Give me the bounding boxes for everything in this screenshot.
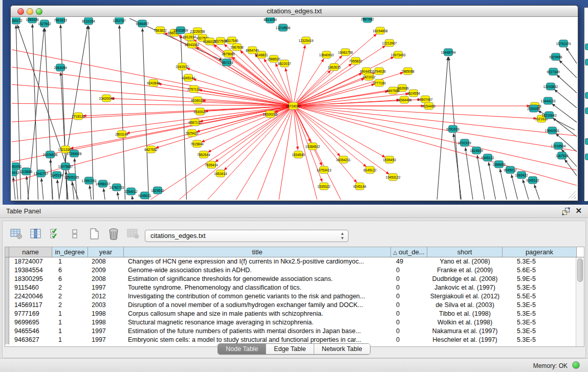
create-column-icon[interactable] bbox=[88, 227, 100, 240]
graph-node[interactable]: 13444133 bbox=[541, 97, 556, 104]
table-mode-icon[interactable] bbox=[10, 227, 23, 240]
column-header-in_degree[interactable]: in_degree bbox=[52, 247, 88, 257]
graph-node[interactable]: 2967608 bbox=[230, 43, 244, 51]
graph-node[interactable]: 2803144 bbox=[115, 130, 128, 138]
column-header-short[interactable]: short bbox=[427, 247, 503, 257]
graph-node[interactable]: 1530022 bbox=[193, 108, 207, 115]
graph-node[interactable]: 1535322 bbox=[317, 183, 331, 190]
graph-node[interactable]: 7635414 bbox=[205, 161, 218, 168]
graph-node[interactable]: 1535453 bbox=[383, 156, 396, 163]
graph-node[interactable]: 1534545 bbox=[292, 151, 305, 158]
graph-node[interactable]: 1421022 bbox=[362, 73, 376, 80]
minimize-window-button[interactable] bbox=[27, 8, 33, 15]
graph-node[interactable]: 13942757 bbox=[34, 170, 49, 177]
graph-node[interactable]: 2181512 bbox=[176, 63, 189, 70]
graph-node[interactable]: 1052767 bbox=[113, 17, 126, 24]
graph-node[interactable]: 12213967 bbox=[382, 39, 397, 47]
graph-node[interactable]: 9245122 bbox=[526, 177, 539, 184]
graph-node[interactable]: 16961758 bbox=[338, 49, 353, 56]
graph-node[interactable]: 7461833 bbox=[54, 17, 67, 24]
table-row[interactable]: 2242004622012Investigating the contribut… bbox=[5, 292, 584, 301]
graph-node[interactable]: 16448794 bbox=[441, 49, 456, 56]
table-scrollbar[interactable] bbox=[576, 257, 584, 346]
graph-node[interactable]: 2254012 bbox=[124, 188, 138, 195]
graph-node[interactable]: 8036022 bbox=[191, 97, 204, 104]
graph-node[interactable]: 8131054 bbox=[82, 17, 95, 25]
graph-node[interactable]: 7485088 bbox=[401, 68, 415, 75]
graph-node[interactable]: 8145122 bbox=[363, 166, 377, 173]
graph-node[interactable]: 1187533 bbox=[556, 152, 569, 159]
float-panel-icon[interactable] bbox=[562, 207, 571, 215]
graph-node[interactable]: 15692931 bbox=[545, 127, 560, 134]
delete-table-icon[interactable] bbox=[126, 227, 139, 240]
graph-node[interactable]: 1065422 bbox=[515, 171, 528, 179]
graph-node[interactable]: 9345122 bbox=[481, 154, 494, 161]
tab-edge-table[interactable]: Edge Table bbox=[266, 344, 314, 354]
graph-node[interactable]: 1962615 bbox=[328, 63, 341, 71]
graph-node[interactable]: 6791919 bbox=[446, 125, 460, 133]
graph-node[interactable]: 9242848 bbox=[147, 79, 160, 86]
tab-node-table[interactable]: Node Table bbox=[218, 344, 266, 354]
graph-node[interactable]: 3875685 bbox=[222, 50, 235, 57]
graph-node[interactable]: 1527602 bbox=[38, 20, 51, 27]
graph-node[interactable]: 3624554 bbox=[407, 90, 420, 97]
network-window-titlebar[interactable]: citations_edges.txt bbox=[11, 6, 578, 17]
table-row[interactable]: 911546021997Tourette syndrome. Phenomeno… bbox=[5, 283, 584, 292]
column-header-pagerank[interactable]: pagerank bbox=[503, 247, 577, 257]
table-selector-dropdown[interactable]: citations_edges.txt ▲▼ bbox=[145, 230, 349, 242]
graph-node[interactable]: 10807467 bbox=[418, 96, 433, 103]
graph-node[interactable]: 2718126 bbox=[72, 113, 85, 120]
column-header-name[interactable]: name bbox=[9, 247, 52, 257]
column-header-out_degree[interactable]: △out_de... bbox=[391, 247, 427, 257]
graph-node[interactable]: 2063059 bbox=[54, 64, 67, 71]
graph-node[interactable]: 9317546 bbox=[225, 37, 238, 44]
network-view-window[interactable]: citations_edges.txt 18724007756382289601… bbox=[10, 5, 578, 201]
table-row[interactable]: 1830029562008Estimation of significance … bbox=[5, 275, 584, 283]
close-panel-icon[interactable]: ✕ bbox=[575, 206, 582, 215]
graph-node[interactable]: 12093832 bbox=[543, 83, 558, 90]
graph-node[interactable]: 15751074 bbox=[556, 40, 571, 47]
column-header-title[interactable]: title bbox=[124, 247, 391, 257]
table-row[interactable]: 1938455462009Genome-wide association stu… bbox=[5, 266, 584, 275]
table-row[interactable]: 977716911998Corpus callosum shape and si… bbox=[5, 310, 584, 318]
graph-node[interactable]: 16782753 bbox=[110, 184, 124, 191]
graph-node[interactable]: 16354211 bbox=[336, 156, 351, 163]
graph-node[interactable]: 3146821 bbox=[255, 51, 268, 58]
row-height-icon[interactable] bbox=[68, 227, 81, 240]
graph-node[interactable]: 9777169 bbox=[373, 79, 386, 86]
row-select-check-icon[interactable] bbox=[49, 227, 61, 240]
graph-node[interactable]: 9245144 bbox=[353, 183, 366, 190]
graph-node[interactable]: 8522037 bbox=[278, 60, 291, 67]
close-window-button[interactable] bbox=[17, 8, 24, 15]
network-canvas[interactable]: 1872400775638228960128891293423226058932… bbox=[12, 17, 577, 200]
graph-node[interactable]: 9245012 bbox=[504, 166, 517, 173]
graph-node[interactable]: 1055326 bbox=[26, 17, 39, 23]
graph-node[interactable]: 9227349 bbox=[547, 68, 560, 75]
table-row[interactable]: 1456911722003Disruption of a novel membe… bbox=[5, 301, 584, 310]
graph-node[interactable]: 17957253 bbox=[82, 177, 97, 184]
graph-node[interactable]: 10975887 bbox=[58, 163, 73, 170]
graph-node[interactable]: 9245031 bbox=[138, 192, 151, 199]
table-scrollbar-thumb[interactable] bbox=[577, 258, 583, 282]
graph-node[interactable]: 8813054 bbox=[264, 17, 277, 23]
graph-node[interactable]: 9587133 bbox=[188, 119, 202, 126]
graph-node[interactable]: 1824510 bbox=[151, 187, 164, 194]
column-header-year[interactable]: year bbox=[88, 247, 124, 257]
graph-node[interactable]: 17016504 bbox=[551, 142, 566, 149]
column-visibility-icon[interactable] bbox=[29, 227, 42, 240]
delete-column-icon[interactable] bbox=[107, 227, 120, 240]
graph-node[interactable]: 9154469 bbox=[422, 102, 435, 110]
graph-node[interactable]: 1145194 bbox=[51, 171, 63, 179]
graph-node[interactable]: 16958107 bbox=[96, 180, 111, 187]
graph-node[interactable]: 8427552 bbox=[144, 146, 158, 153]
table-row[interactable]: 1872400712008Changes of HCN gene express… bbox=[5, 257, 584, 266]
table-row[interactable]: 946554611997Estimation of the future num… bbox=[5, 327, 584, 336]
graph-node[interactable]: 1115686 bbox=[20, 168, 33, 175]
table-row[interactable]: 969969511998Structural magnetic resonanc… bbox=[5, 318, 584, 327]
graph-node[interactable]: 2887682 bbox=[361, 17, 374, 23]
graph-node[interactable]: 9791919 bbox=[458, 139, 471, 146]
graph-node[interactable]: 10453122 bbox=[386, 173, 401, 181]
graph-node[interactable]: 7955822 bbox=[349, 57, 362, 64]
graph-node[interactable]: 6794028 bbox=[373, 68, 386, 75]
tab-network-table[interactable]: Network Table bbox=[314, 344, 370, 354]
